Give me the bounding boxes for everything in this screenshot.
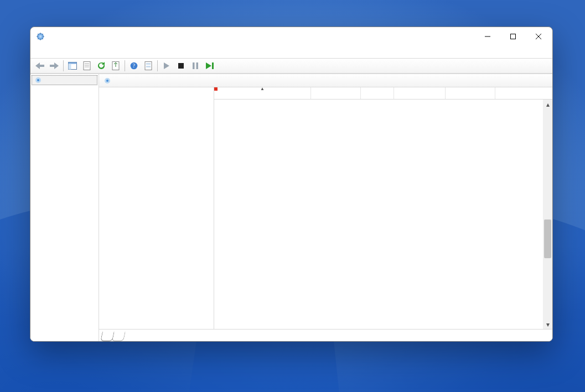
scroll-thumb[interactable] <box>544 219 551 258</box>
services-list: ▲ ▴ ▾ <box>214 87 552 329</box>
pause-service-button[interactable] <box>189 59 202 72</box>
detail-pane <box>99 87 214 329</box>
services-window: ? <box>30 27 553 342</box>
svg-rect-17 <box>146 66 151 67</box>
content-pane: ▲ ▴ ▾ <box>99 74 552 341</box>
start-service-button[interactable] <box>160 59 173 72</box>
svg-rect-6 <box>69 62 77 64</box>
console-tree[interactable] <box>30 74 99 341</box>
scroll-up-button[interactable]: ▴ <box>543 100 552 109</box>
svg-rect-18 <box>178 63 184 69</box>
col-status[interactable] <box>361 87 394 99</box>
services-icon <box>103 77 111 85</box>
vertical-scrollbar[interactable]: ▴ ▾ <box>543 100 552 329</box>
properties-button[interactable] <box>142 59 155 72</box>
menu-file[interactable] <box>33 51 42 53</box>
menu-help[interactable] <box>59 51 68 53</box>
back-button[interactable] <box>33 59 46 72</box>
menubar <box>30 46 552 58</box>
export-list-button[interactable] <box>109 59 122 72</box>
column-headers[interactable]: ▲ <box>214 87 552 100</box>
svg-rect-19 <box>193 62 195 69</box>
services-icon <box>34 76 42 84</box>
close-button[interactable] <box>526 28 551 45</box>
show-hide-tree-button[interactable] <box>66 59 79 72</box>
view-tabs <box>99 329 552 341</box>
services-icon <box>36 32 45 41</box>
content-header <box>99 74 552 87</box>
col-name[interactable]: ▲ <box>214 87 311 99</box>
scroll-down-button[interactable]: ▾ <box>543 320 552 329</box>
toolbar: ? <box>30 58 552 74</box>
svg-rect-8 <box>84 62 90 70</box>
svg-rect-7 <box>69 64 71 70</box>
col-startup[interactable] <box>394 87 446 99</box>
col-logon[interactable] <box>446 87 495 99</box>
stop-service-button[interactable] <box>174 59 188 72</box>
svg-rect-16 <box>146 63 151 65</box>
maximize-button[interactable] <box>500 28 526 45</box>
svg-text:?: ? <box>133 62 136 69</box>
menu-view[interactable] <box>50 51 59 53</box>
svg-rect-20 <box>196 62 199 69</box>
tree-services-local[interactable] <box>32 75 97 85</box>
minimize-button[interactable] <box>475 28 500 45</box>
sort-asc-icon: ▲ <box>260 87 265 91</box>
svg-point-23 <box>37 79 39 81</box>
svg-rect-21 <box>212 62 214 69</box>
forward-button[interactable] <box>48 59 61 72</box>
restart-service-button[interactable] <box>203 59 216 72</box>
svg-rect-2 <box>511 34 516 39</box>
scroll-track[interactable] <box>543 109 552 320</box>
svg-point-25 <box>106 80 108 82</box>
properties-page-button[interactable] <box>80 59 94 72</box>
refresh-button[interactable] <box>95 59 108 72</box>
menu-action[interactable] <box>42 51 50 53</box>
titlebar[interactable] <box>30 27 552 46</box>
help-button[interactable]: ? <box>127 59 141 72</box>
col-description[interactable] <box>311 87 361 99</box>
